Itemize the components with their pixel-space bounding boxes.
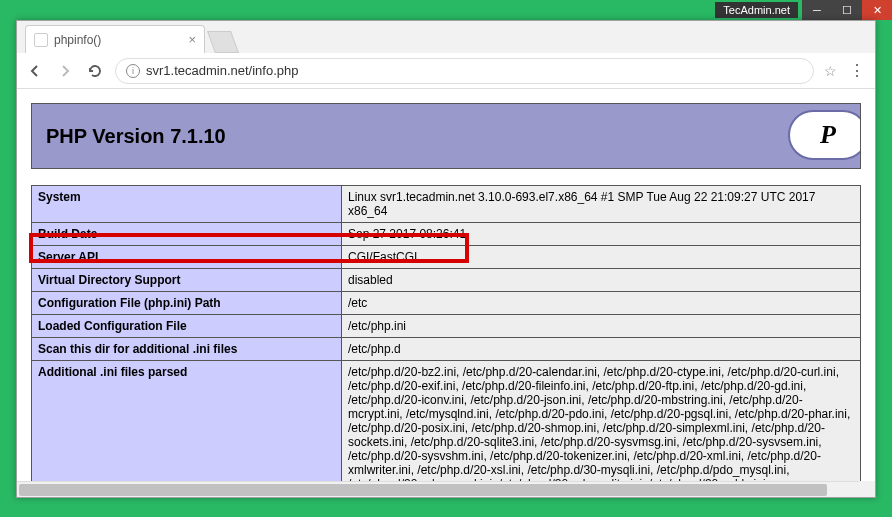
reload-button[interactable]: [85, 61, 105, 81]
phpinfo-header: PHP Version 7.1.10 P: [31, 103, 861, 169]
page-content: PHP Version 7.1.10 P SystemLinux svr1.te…: [17, 89, 875, 497]
row-key: Configuration File (php.ini) Path: [32, 292, 342, 315]
row-key: Server API: [32, 246, 342, 269]
php-logo-text: P: [820, 120, 836, 150]
titlebar-badge: TecAdmin.net: [715, 2, 798, 18]
site-info-icon[interactable]: i: [126, 64, 140, 78]
row-value: /etc/php.d/20-bz2.ini, /etc/php.d/20-cal…: [342, 361, 861, 498]
phpinfo-page: PHP Version 7.1.10 P SystemLinux svr1.te…: [17, 89, 875, 497]
row-key: Build Date: [32, 223, 342, 246]
browser-toolbar: i svr1.tecadmin.net/info.php ☆ ⋮: [17, 53, 875, 89]
row-value: /etc/php.ini: [342, 315, 861, 338]
row-key: Loaded Configuration File: [32, 315, 342, 338]
table-row: Virtual Directory Supportdisabled: [32, 269, 861, 292]
row-key: Scan this dir for additional .ini files: [32, 338, 342, 361]
reload-icon: [87, 63, 103, 79]
row-key: System: [32, 186, 342, 223]
table-row: Loaded Configuration File/etc/php.ini: [32, 315, 861, 338]
url-text: svr1.tecadmin.net/info.php: [146, 63, 298, 78]
arrow-right-icon: [57, 63, 73, 79]
browser-window: phpinfo() × i svr1.tecadmin.net/info.php…: [16, 20, 876, 498]
php-logo-icon: P: [788, 110, 861, 160]
row-value: /etc: [342, 292, 861, 315]
scrollbar-thumb[interactable]: [19, 484, 827, 496]
back-button[interactable]: [25, 61, 45, 81]
phpinfo-table: SystemLinux svr1.tecadmin.net 3.10.0-693…: [31, 185, 861, 497]
row-value: disabled: [342, 269, 861, 292]
arrow-left-icon: [27, 63, 43, 79]
minimize-button[interactable]: ─: [802, 0, 832, 20]
table-row: SystemLinux svr1.tecadmin.net 3.10.0-693…: [32, 186, 861, 223]
table-row: Configuration File (php.ini) Path/etc: [32, 292, 861, 315]
table-row: Server APICGI/FastCGI: [32, 246, 861, 269]
forward-button[interactable]: [55, 61, 75, 81]
maximize-button[interactable]: ☐: [832, 0, 862, 20]
table-row: Build DateSep 27 2017 08:26:41: [32, 223, 861, 246]
row-value: Sep 27 2017 08:26:41: [342, 223, 861, 246]
browser-menu-button[interactable]: ⋮: [847, 61, 867, 81]
php-version-title: PHP Version 7.1.10: [46, 125, 226, 148]
address-bar[interactable]: i svr1.tecadmin.net/info.php: [115, 58, 814, 84]
bookmark-star-icon[interactable]: ☆: [824, 63, 837, 79]
close-button[interactable]: ✕: [862, 0, 892, 20]
table-row: Additional .ini files parsed/etc/php.d/2…: [32, 361, 861, 498]
row-value: CGI/FastCGI: [342, 246, 861, 269]
tab-title: phpinfo(): [54, 33, 101, 47]
titlebar: TecAdmin.net ─ ☐ ✕: [715, 0, 892, 20]
new-tab-button[interactable]: [207, 31, 239, 53]
horizontal-scrollbar[interactable]: [17, 481, 859, 497]
tab-close-icon[interactable]: ×: [188, 32, 196, 47]
row-value: Linux svr1.tecadmin.net 3.10.0-693.el7.x…: [342, 186, 861, 223]
row-key: Additional .ini files parsed: [32, 361, 342, 498]
scrollbar-corner: [859, 481, 875, 497]
row-value: /etc/php.d: [342, 338, 861, 361]
table-row: Scan this dir for additional .ini files/…: [32, 338, 861, 361]
row-key: Virtual Directory Support: [32, 269, 342, 292]
tab-favicon-icon: [34, 33, 48, 47]
browser-tab[interactable]: phpinfo() ×: [25, 25, 205, 53]
tab-strip: phpinfo() ×: [17, 21, 875, 53]
